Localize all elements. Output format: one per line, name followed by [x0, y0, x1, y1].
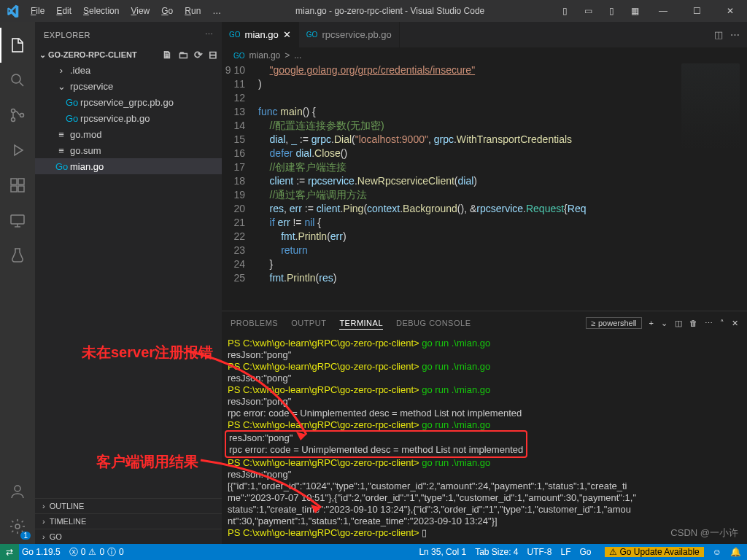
- window-title: mian.go - go-zero-rpc-client - Visual St…: [227, 6, 553, 16]
- activity-remote-icon[interactable]: [0, 203, 35, 238]
- activity-scm-icon[interactable]: [0, 98, 35, 133]
- svg-rect-5: [11, 186, 17, 192]
- tab-mian-go[interactable]: GOmian.go✕: [222, 22, 299, 47]
- tree-file[interactable]: ≡go.mod: [35, 126, 222, 142]
- bottom-panel: PROBLEMS OUTPUT TERMINAL DEBUG CONSOLE ≥…: [222, 311, 747, 544]
- new-terminal-icon[interactable]: +: [649, 319, 654, 327]
- explorer-sidebar: EXPLORER ⋯ ⌄ GO-ZERO-RPC-CLIENT 🗎 🗀 ⟳ ⊟ …: [35, 22, 222, 544]
- svg-point-3: [20, 114, 24, 117]
- remote-indicator[interactable]: ⇄: [0, 544, 19, 560]
- layout-grid-icon[interactable]: ▦: [623, 6, 646, 16]
- terminal-split-chevron-icon[interactable]: ⌄: [661, 319, 667, 328]
- collapse-icon[interactable]: ⊟: [209, 49, 217, 61]
- kill-terminal-icon[interactable]: 🗑: [689, 319, 697, 327]
- new-file-icon[interactable]: 🗎: [162, 49, 172, 61]
- tree-file[interactable]: ≡go.sum: [35, 142, 222, 158]
- menu-bar: FFileile Edit Selection View Go Run …: [25, 6, 227, 16]
- status-go-version[interactable]: Go 1.19.5: [22, 547, 61, 557]
- tree-folder[interactable]: ⌄rpcservice: [35, 78, 222, 94]
- timeline-section[interactable]: › TIMELINE: [35, 513, 222, 529]
- menu-run[interactable]: Run: [179, 6, 206, 16]
- activity-debug-icon[interactable]: [0, 133, 35, 168]
- status-bar: ⇄ Go 1.19.5 ⓧ 0 ⚠ 0 ⓘ 0 Ln 35, Col 1 Tab…: [0, 544, 747, 560]
- terminal[interactable]: PS C:\xwh\go-learn\gRPC\go-zero-rpc-clie…: [222, 335, 747, 544]
- explorer-more-icon[interactable]: ⋯: [205, 30, 214, 39]
- go-icon: GO: [233, 52, 245, 60]
- svg-point-0: [12, 74, 20, 83]
- menu-more[interactable]: …: [206, 6, 227, 16]
- activity-bar: 1: [0, 22, 35, 544]
- activity-account-icon[interactable]: [0, 474, 35, 509]
- split-terminal-icon[interactable]: ◫: [675, 319, 682, 328]
- go-section[interactable]: › GO: [35, 529, 222, 544]
- status-problems[interactable]: ⓧ 0 ⚠ 0 ⓘ 0: [69, 546, 124, 559]
- project-name: GO-ZERO-RPC-CLIENT: [48, 50, 137, 59]
- status-feedback-icon[interactable]: ☺: [713, 547, 721, 557]
- panel-more-icon[interactable]: ⋯: [705, 319, 713, 328]
- panel-tab-terminal[interactable]: TERMINAL: [339, 317, 383, 330]
- menu-go[interactable]: Go: [155, 6, 179, 16]
- activity-settings-icon[interactable]: 1: [0, 509, 35, 544]
- tree-folder[interactable]: ›.idea: [35, 62, 222, 78]
- project-header[interactable]: ⌄ GO-ZERO-RPC-CLIENT 🗎 🗀 ⟳ ⊟: [35, 47, 222, 62]
- editor-more-icon[interactable]: ⋯: [730, 29, 740, 40]
- svg-point-2: [12, 118, 15, 122]
- editor-tabs: GOmian.go✕ GOrpcservice.pb.go ◫ ⋯: [222, 22, 747, 47]
- code-editor[interactable]: 9 10 11 12 13 14 15 16 17 18 19 20 21 22…: [222, 63, 747, 311]
- status-language[interactable]: Go: [580, 547, 592, 557]
- refresh-icon[interactable]: ⟳: [194, 49, 203, 61]
- layout-sidebar-right-icon[interactable]: ▯: [600, 6, 623, 16]
- explorer-title: EXPLORER: [44, 31, 90, 39]
- line-gutter: 9 10 11 12 13 14 15 16 17 18 19 20 21 22…: [222, 63, 258, 311]
- panel-tab-problems[interactable]: PROBLEMS: [231, 317, 278, 329]
- maximize-button[interactable]: ☐: [680, 0, 713, 22]
- tree-file[interactable]: Gorpcservice_grpc.pb.go: [35, 94, 222, 110]
- tree-file-selected[interactable]: Gomian.go: [35, 158, 222, 174]
- menu-selection[interactable]: Selection: [77, 6, 125, 16]
- new-folder-icon[interactable]: 🗀: [178, 49, 188, 61]
- status-bell-icon[interactable]: 🔔: [730, 547, 741, 557]
- breadcrumb[interactable]: GO mian.go > ...: [222, 47, 747, 63]
- activity-search-icon[interactable]: [0, 63, 35, 98]
- go-icon: GO: [306, 31, 318, 39]
- panel-close-icon[interactable]: ✕: [732, 319, 738, 328]
- minimap[interactable]: [681, 63, 740, 151]
- file-tree: ›.idea ⌄rpcservice Gorpcservice_grpc.pb.…: [35, 62, 222, 174]
- svg-point-9: [15, 486, 20, 491]
- svg-point-1: [12, 109, 15, 113]
- status-go-update[interactable]: ⚠ Go Update Available: [605, 547, 704, 557]
- panel-tab-debug[interactable]: DEBUG CONSOLE: [396, 317, 471, 329]
- svg-point-10: [15, 524, 20, 529]
- layout-sidebar-left-icon[interactable]: ▯: [553, 6, 576, 16]
- activity-testing-icon[interactable]: [0, 238, 35, 273]
- status-cursor[interactable]: Ln 35, Col 1: [419, 547, 466, 557]
- go-icon: GO: [229, 31, 241, 39]
- tree-file[interactable]: Gorpcservice.pb.go: [35, 110, 222, 126]
- activity-explorer-icon[interactable]: [0, 28, 35, 63]
- outline-section[interactable]: › OUTLINE: [35, 498, 222, 513]
- tab-rpcservice[interactable]: GOrpcservice.pb.go: [299, 22, 400, 47]
- activity-extensions-icon[interactable]: [0, 168, 35, 203]
- status-eol[interactable]: LF: [561, 547, 571, 557]
- status-indent[interactable]: Tab Size: 4: [475, 547, 518, 557]
- menu-file[interactable]: FFileile: [25, 6, 50, 16]
- panel-maximize-icon[interactable]: ˄: [720, 319, 724, 328]
- svg-rect-6: [18, 186, 24, 192]
- status-encoding[interactable]: UTF-8: [527, 547, 552, 557]
- terminal-shell-picker[interactable]: ≥ powershell: [586, 317, 642, 329]
- close-tab-icon[interactable]: ✕: [283, 29, 291, 40]
- close-button[interactable]: ✕: [713, 0, 747, 22]
- vscode-icon: [0, 4, 25, 18]
- svg-rect-4: [11, 179, 17, 184]
- panel-tab-output[interactable]: OUTPUT: [291, 317, 326, 329]
- menu-edit[interactable]: Edit: [50, 6, 77, 16]
- svg-rect-8: [11, 215, 24, 224]
- minimize-button[interactable]: —: [646, 0, 680, 22]
- layout-panel-icon[interactable]: ▭: [576, 6, 600, 16]
- menu-view[interactable]: View: [125, 6, 155, 16]
- editor-area: GOmian.go✕ GOrpcservice.pb.go ◫ ⋯ GO mia…: [222, 22, 747, 544]
- title-bar: FFileile Edit Selection View Go Run … mi…: [0, 0, 747, 22]
- split-editor-icon[interactable]: ◫: [714, 29, 723, 40]
- svg-rect-7: [18, 179, 24, 184]
